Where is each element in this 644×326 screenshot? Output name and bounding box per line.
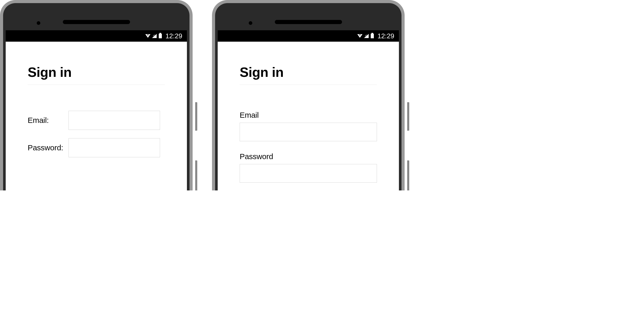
password-label: Password xyxy=(240,152,377,161)
status-time: 12:29 xyxy=(377,32,394,40)
camera-icon xyxy=(249,21,252,25)
status-time: 12:29 xyxy=(165,32,182,40)
volume-button xyxy=(407,160,409,190)
wifi-icon xyxy=(357,34,362,38)
signal-icon xyxy=(364,34,369,38)
status-bar: 12:29 xyxy=(6,30,187,42)
volume-button xyxy=(195,160,197,190)
password-field[interactable] xyxy=(240,164,377,183)
power-button xyxy=(195,102,197,131)
speaker-grille xyxy=(63,20,130,24)
email-label: Email xyxy=(240,111,377,120)
email-field[interactable] xyxy=(240,123,377,141)
screen-content: Sign in Email Password xyxy=(218,42,399,190)
email-row: Email: xyxy=(28,111,165,130)
phone-body: 12:29 Sign in Email: Password: xyxy=(6,6,187,190)
phone-mockup-a: 12:29 Sign in Email: Password: xyxy=(0,0,193,190)
phone-frame: 12:29 Sign in Email Password xyxy=(212,0,405,190)
signal-icon xyxy=(152,34,157,38)
phone-mockup-b: 12:29 Sign in Email Password xyxy=(212,0,405,190)
battery-icon xyxy=(371,34,374,38)
phone-frame: 12:29 Sign in Email: Password: xyxy=(0,0,193,190)
status-bar: 12:29 xyxy=(218,30,399,42)
phone-top-hardware xyxy=(6,13,187,30)
power-button xyxy=(407,102,409,131)
wifi-icon xyxy=(145,34,150,38)
battery-icon xyxy=(159,34,162,38)
password-field[interactable] xyxy=(69,138,160,157)
page-title: Sign in xyxy=(28,64,165,80)
password-row: Password: xyxy=(28,138,165,157)
email-field[interactable] xyxy=(69,111,160,130)
phone-top-hardware xyxy=(218,13,399,30)
camera-icon xyxy=(37,21,40,25)
email-label: Email: xyxy=(28,116,69,125)
password-group: Password xyxy=(240,152,377,183)
password-label: Password: xyxy=(28,143,69,152)
title-divider xyxy=(28,85,165,85)
status-icons xyxy=(145,34,162,38)
email-group: Email xyxy=(240,111,377,141)
speaker-grille xyxy=(275,20,342,24)
phone-body: 12:29 Sign in Email Password xyxy=(218,6,399,190)
title-divider xyxy=(240,85,377,85)
screen-content: Sign in Email: Password: xyxy=(6,42,187,190)
page-title: Sign in xyxy=(240,64,377,80)
status-icons xyxy=(357,34,374,38)
